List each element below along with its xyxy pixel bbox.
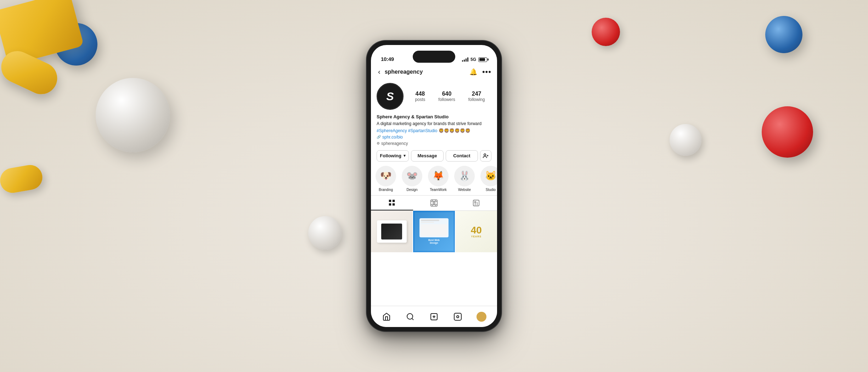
highlight-website[interactable]: 🐰 Website (454, 166, 475, 192)
bottom-nav (371, 306, 497, 327)
phone-outer: 10:49 5G ‹ sphereagency (367, 41, 501, 331)
stat-followers[interactable]: 640 followers (438, 91, 455, 102)
svg-rect-5 (389, 203, 391, 205)
decoration-sphere-red-right (762, 106, 813, 158)
nav-add-post[interactable] (427, 310, 441, 324)
chevron-down-icon: ▾ (404, 153, 406, 158)
following-count: 247 (472, 91, 481, 97)
svg-rect-15 (473, 200, 479, 206)
signal-icon (462, 57, 468, 62)
phone-mockup: 10:49 5G ‹ sphereagency (367, 41, 501, 331)
highlight-circle-studio: 🐱 (480, 166, 497, 186)
avatar-nav (477, 312, 486, 322)
highlight-label-branding: Branding (379, 188, 393, 192)
highlight-label-design: Design (406, 188, 417, 192)
highlight-circle-branding: 🐶 (376, 166, 396, 186)
profile-other-account[interactable]: ⚙ sphereagency (377, 141, 491, 146)
stat-following[interactable]: 247 following (468, 91, 485, 102)
stat-posts[interactable]: 448 posts (415, 91, 425, 102)
action-buttons: Following ▾ Message Contact (371, 150, 497, 166)
nav-reels-tab[interactable] (451, 310, 465, 324)
highlight-branding[interactable]: 🐶 Branding (375, 166, 396, 192)
grid-post-2[interactable]: Best WebDesign (413, 211, 455, 252)
network-type: 5G (470, 57, 476, 62)
status-icons: 5G (462, 57, 487, 62)
add-person-button[interactable] (480, 150, 491, 162)
highlight-teamwork[interactable]: 🦊 TeamWork (428, 166, 449, 192)
svg-rect-4 (393, 200, 395, 202)
nav-icons: 🔔 ••• (469, 67, 491, 77)
notification-bell-icon[interactable]: 🔔 (469, 68, 477, 76)
tab-grid[interactable] (371, 196, 413, 210)
profile-stats: 448 posts 640 followers 247 following (408, 91, 491, 102)
decoration-sphere-white-left (96, 78, 170, 152)
svg-rect-6 (393, 203, 395, 205)
grid-post-1[interactable] (371, 211, 412, 252)
svg-point-16 (474, 201, 476, 203)
grid-post-3[interactable]: 40 YEARS (456, 211, 497, 252)
following-button[interactable]: Following ▾ (377, 150, 409, 162)
followers-label: followers (438, 97, 455, 102)
phone-screen: 10:49 5G ‹ sphereagency (371, 45, 497, 327)
decoration-sphere-white-right (670, 124, 701, 156)
profile-top: S 448 posts 640 followers 247 (377, 83, 491, 110)
dynamic-island (413, 51, 455, 63)
svg-point-0 (484, 154, 486, 156)
highlight-label-studio: Studio (486, 188, 496, 192)
posts-grid: Best WebDesign 40 YEARS (371, 211, 497, 306)
profile-hashtags[interactable]: #SphereAgency #SpartanStudio 🦁🦁🦁🦁🦁🦁 (377, 128, 491, 133)
contact-button[interactable]: Contact (446, 150, 478, 162)
nav-profile[interactable] (474, 310, 489, 324)
decoration-sphere-white-small (308, 216, 342, 250)
highlights-row: 🐶 Branding 🐭 Design 🦊 TeamWork 🐰 Website… (371, 166, 497, 195)
tab-reels[interactable] (413, 196, 455, 210)
battery-icon (478, 57, 487, 62)
svg-rect-3 (389, 200, 391, 202)
svg-rect-22 (454, 313, 461, 320)
posts-label: posts (415, 97, 425, 102)
nav-bar: ‹ sphereagency 🔔 ••• (371, 65, 497, 80)
highlight-design[interactable]: 🐭 Design (401, 166, 423, 192)
more-options-icon[interactable]: ••• (482, 67, 491, 77)
profile-link[interactable]: 🔗 sphr.co/bio (377, 135, 491, 140)
profile-section: S 448 posts 640 followers 247 (371, 80, 497, 150)
highlight-circle-website: 🐰 (454, 166, 475, 186)
back-button[interactable]: ‹ (377, 66, 382, 77)
highlight-circle-design: 🐭 (402, 166, 422, 186)
highlight-label-website: Website (458, 188, 471, 192)
highlight-studio[interactable]: 🐱 Studio (480, 166, 497, 192)
nav-search[interactable] (403, 310, 417, 324)
svg-point-17 (407, 314, 413, 319)
message-button[interactable]: Message (411, 150, 443, 162)
followers-count: 640 (442, 91, 452, 97)
highlight-label-teamwork: TeamWork (430, 188, 447, 192)
profile-full-name: Sphere Agency & Spartan Studio (377, 114, 491, 119)
tab-tagged[interactable] (455, 196, 497, 210)
svg-rect-7 (431, 200, 437, 206)
content-tabs (371, 195, 497, 211)
avatar-letter: S (386, 90, 394, 103)
following-label: following (468, 97, 485, 102)
nav-home[interactable] (379, 310, 394, 324)
status-time: 10:49 (381, 56, 394, 62)
decoration-sphere-red-top (592, 18, 620, 46)
posts-count: 448 (416, 91, 425, 97)
avatar: S (377, 83, 404, 110)
svg-line-18 (412, 318, 413, 320)
decoration-sphere-blue-right (765, 16, 802, 53)
profile-username: sphereagency (385, 69, 469, 75)
svg-point-8 (433, 202, 435, 204)
svg-point-23 (457, 316, 459, 318)
highlight-circle-teamwork: 🦊 (428, 166, 449, 186)
profile-bio: A digital marketing agency for brands th… (377, 121, 491, 127)
